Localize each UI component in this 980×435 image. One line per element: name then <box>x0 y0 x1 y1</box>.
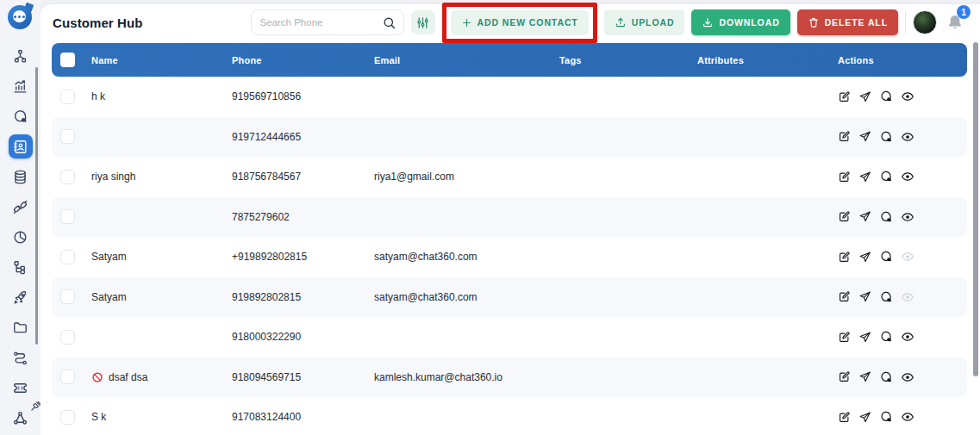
sidebar-item-flows[interactable] <box>9 255 33 279</box>
pin-sidebar-icon[interactable] <box>29 400 42 413</box>
contact-phone: +919892802815 <box>232 251 374 263</box>
plus-icon <box>461 17 472 28</box>
chat-icon[interactable] <box>879 250 893 264</box>
sidebar-item-analytics[interactable] <box>9 74 33 98</box>
table-row[interactable]: S k 917083124400 <box>52 397 967 435</box>
send-icon[interactable] <box>858 171 871 183</box>
notifications-bell[interactable]: 1 <box>944 11 966 34</box>
table-body: h k 919569710856 919712444665 <box>52 77 967 435</box>
notification-badge: 1 <box>957 5 971 19</box>
view-icon[interactable] <box>901 370 914 384</box>
edit-icon[interactable] <box>838 171 851 183</box>
table-row[interactable]: 7875279602 <box>52 197 967 238</box>
view-icon[interactable] <box>901 410 914 424</box>
edit-icon[interactable] <box>838 251 851 264</box>
sidebar-item-reports-pie[interactable] <box>9 225 33 249</box>
upload-button[interactable]: UPLOAD <box>604 9 685 35</box>
view-icon[interactable] <box>901 250 914 264</box>
chat-icon[interactable] <box>879 210 893 224</box>
sidebar-item-journeys[interactable] <box>9 345 33 370</box>
row-checkbox[interactable] <box>60 410 75 425</box>
scrollbar-thumb[interactable] <box>973 42 978 376</box>
row-checkbox[interactable] <box>60 90 75 104</box>
chat-icon[interactable] <box>879 90 893 103</box>
send-icon[interactable] <box>858 130 871 143</box>
vertical-scrollbar[interactable] <box>972 40 979 433</box>
table-row[interactable]: 919712444665 <box>52 117 967 158</box>
contact-name: h k <box>91 90 105 103</box>
edit-icon[interactable] <box>838 331 851 344</box>
sidebar-scrollbar[interactable] <box>35 67 38 345</box>
search-input[interactable] <box>260 17 382 28</box>
contact-name: riya singh <box>91 171 135 183</box>
contact-phone: 918756784567 <box>232 171 374 183</box>
sidebar-item-folders[interactable] <box>9 315 33 339</box>
edit-icon[interactable] <box>838 90 851 103</box>
column-header-actions: Actions <box>838 55 967 65</box>
row-checkbox[interactable] <box>60 289 75 304</box>
sidebar-item-org-network[interactable] <box>9 44 33 68</box>
table-row[interactable]: 918000322290 <box>52 317 967 357</box>
column-header-email: Email <box>374 55 559 65</box>
view-icon[interactable] <box>901 290 914 304</box>
send-icon[interactable] <box>858 411 871 424</box>
download-button[interactable]: DOWNLOAD <box>691 9 790 35</box>
edit-icon[interactable] <box>838 411 851 424</box>
row-checkbox[interactable] <box>60 330 75 345</box>
row-checkbox[interactable] <box>60 129 75 144</box>
edit-icon[interactable] <box>838 370 851 383</box>
view-icon[interactable] <box>901 170 914 183</box>
search-icon[interactable] <box>382 16 396 30</box>
contact-name: Satyam <box>91 251 127 263</box>
send-icon[interactable] <box>858 370 871 383</box>
view-icon[interactable] <box>901 210 914 224</box>
view-icon[interactable] <box>901 130 914 144</box>
sidebar-item-database[interactable] <box>9 165 33 189</box>
chat-icon[interactable] <box>879 130 893 144</box>
chat360-logo-icon[interactable] <box>7 4 33 30</box>
chat-icon[interactable] <box>879 170 893 183</box>
sidebar <box>0 0 41 435</box>
table-row[interactable]: h k 919569710856 <box>52 77 967 117</box>
table-row[interactable]: riya singh 918756784567 riya1@gmail.com <box>52 157 967 197</box>
avatar[interactable] <box>913 10 937 34</box>
sidebar-item-integrations[interactable] <box>9 195 33 219</box>
view-icon[interactable] <box>901 330 914 344</box>
select-all-checkbox[interactable] <box>60 53 75 67</box>
integrations-icon <box>12 199 28 215</box>
campaigns-rocket-icon <box>12 289 28 306</box>
send-icon[interactable] <box>858 290 871 303</box>
chat-icon[interactable] <box>879 330 893 344</box>
row-checkbox[interactable] <box>60 170 75 184</box>
edit-icon[interactable] <box>838 210 851 223</box>
blocked-icon <box>91 371 103 383</box>
sidebar-item-tickets[interactable] <box>9 376 33 400</box>
table-row[interactable]: Satyam 919892802815 satyam@chat360.com <box>52 277 967 318</box>
send-icon[interactable] <box>858 331 871 344</box>
send-icon[interactable] <box>858 210 871 223</box>
filter-button[interactable] <box>411 10 435 34</box>
topbar: Customer Hub ADD NEW CONTACT <box>41 4 980 40</box>
chat-icon[interactable] <box>879 410 893 424</box>
row-checkbox[interactable] <box>60 209 75 224</box>
view-icon[interactable] <box>901 90 914 103</box>
chat-icon[interactable] <box>879 290 893 304</box>
chat-icon[interactable] <box>879 370 893 384</box>
row-checkbox[interactable] <box>60 250 75 264</box>
edit-icon[interactable] <box>838 290 851 303</box>
row-checkbox[interactable] <box>60 370 75 384</box>
delete-all-button[interactable]: DELETE ALL <box>797 9 898 35</box>
sidebar-item-campaigns-rocket[interactable] <box>9 285 33 309</box>
edit-icon[interactable] <box>838 130 851 143</box>
sidebar-nav <box>0 44 41 435</box>
send-icon[interactable] <box>858 90 871 103</box>
table-row[interactable]: Satyam +919892802815 satyam@chat360.com <box>52 237 967 277</box>
table-row[interactable]: dsaf dsa 918094569715 kamlesh.kumar@chat… <box>52 357 967 398</box>
sidebar-item-conversations[interactable] <box>9 104 33 128</box>
sidebar-item-contacts[interactable] <box>9 134 33 158</box>
delete-all-label: DELETE ALL <box>825 17 888 28</box>
send-icon[interactable] <box>858 251 871 264</box>
add-new-contact-button[interactable]: ADD NEW CONTACT <box>451 10 589 35</box>
table-header: Name Phone Email Tags Attributes Actions <box>52 43 967 77</box>
database-icon <box>12 169 28 185</box>
